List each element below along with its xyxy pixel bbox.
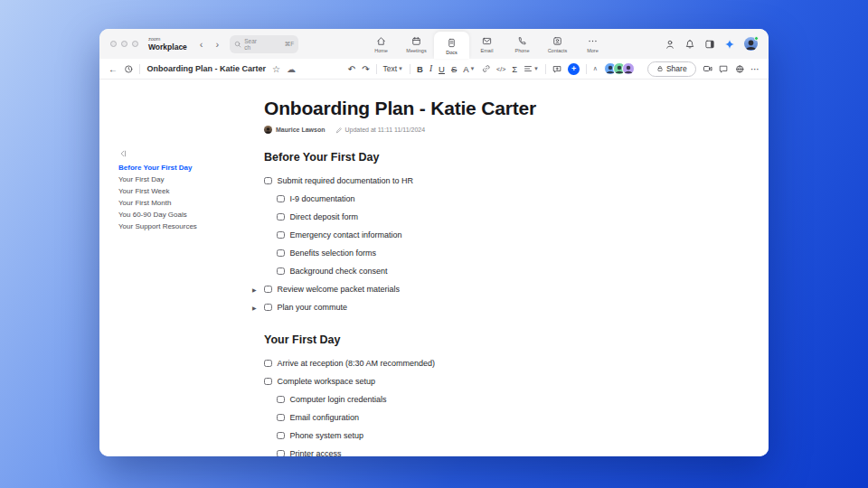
checkbox[interactable] bbox=[264, 360, 272, 368]
undo-button[interactable]: ↶ bbox=[348, 64, 355, 74]
checklist-row: Email configuration bbox=[264, 408, 653, 427]
checklist-row: Printer access bbox=[264, 445, 653, 456]
nav-tab-meetings[interactable]: Meetings bbox=[399, 29, 434, 59]
home-icon bbox=[376, 36, 386, 46]
add-comment-icon[interactable] bbox=[552, 64, 561, 74]
checklist-row: Submit required documentation to HR bbox=[264, 172, 653, 190]
strikethrough-button[interactable]: S bbox=[451, 64, 457, 74]
notifications-bell-icon[interactable] bbox=[684, 39, 695, 50]
outline-item[interactable]: Your First Week bbox=[118, 188, 245, 195]
checklist-row: Benefits selection forms bbox=[264, 244, 653, 262]
bold-button[interactable]: B bbox=[417, 64, 423, 74]
expand-toggle-icon[interactable]: ▶ bbox=[252, 305, 257, 311]
minimize-window-button[interactable] bbox=[121, 41, 127, 47]
outline-item[interactable]: Your Support Resources bbox=[118, 223, 245, 230]
search-input[interactable]: Search ⌘F bbox=[230, 35, 298, 53]
checklist-row: Direct deposit form bbox=[264, 208, 653, 226]
doc-section: Your First DayArrive at reception (8:30 … bbox=[264, 333, 653, 456]
checkbox[interactable] bbox=[277, 396, 285, 404]
logo-zoom-text: zoom bbox=[148, 37, 187, 42]
checklist-label: Plan your commute bbox=[278, 304, 348, 312]
nav-tab-email[interactable]: Email bbox=[469, 29, 505, 59]
link-icon[interactable] bbox=[482, 64, 491, 73]
checkbox[interactable] bbox=[264, 304, 272, 312]
collapse-toolbar-button[interactable]: ∧ bbox=[593, 65, 598, 72]
italic-button[interactable]: I bbox=[429, 64, 432, 73]
list-align-dropdown[interactable]: ▼ bbox=[524, 64, 539, 73]
collapse-outline-icon[interactable] bbox=[118, 149, 127, 158]
doc-title-breadcrumb: Onboarding Plan - Katie Carter bbox=[146, 64, 266, 73]
star-favorite-button[interactable]: ☆ bbox=[272, 64, 280, 74]
checkbox[interactable] bbox=[277, 231, 285, 239]
checklist-label: Background check consent bbox=[290, 267, 388, 276]
ai-insert-button[interactable]: + bbox=[568, 63, 579, 75]
web-publish-globe-icon[interactable] bbox=[735, 64, 744, 74]
edit-pen-icon bbox=[335, 127, 343, 134]
checkbox[interactable] bbox=[264, 177, 272, 185]
outline-panel: Before Your First DayYour First DayYour … bbox=[118, 145, 245, 235]
checkbox[interactable] bbox=[277, 414, 285, 422]
ai-companion-sparkle-icon[interactable] bbox=[724, 39, 735, 50]
collaborator-avatars bbox=[604, 62, 635, 75]
nav-tab-phone[interactable]: Phone bbox=[505, 29, 540, 59]
checklist-row: Background check consent bbox=[264, 262, 653, 280]
nav-tab-label: Home bbox=[374, 48, 388, 53]
outline-item[interactable]: Before Your First Day bbox=[118, 164, 245, 172]
checkbox[interactable] bbox=[277, 450, 285, 456]
expand-toggle-icon[interactable]: ▶ bbox=[252, 286, 257, 293]
search-placeholder: Search bbox=[244, 38, 259, 51]
nav-tab-label: Email bbox=[481, 48, 494, 53]
side-panel-icon[interactable] bbox=[704, 39, 715, 50]
history-forward-button[interactable]: › bbox=[216, 39, 220, 50]
redo-button[interactable]: ↷ bbox=[362, 64, 369, 74]
user-avatar[interactable] bbox=[744, 37, 758, 51]
underline-button[interactable]: U bbox=[439, 64, 445, 74]
chat-icon[interactable] bbox=[719, 64, 728, 74]
checklist-row: ▶Review welcome packet materials bbox=[264, 280, 653, 298]
avatar-face bbox=[623, 63, 634, 74]
outline-item[interactable]: You 60-90 Day Goals bbox=[118, 211, 245, 219]
checklist-label: Printer access bbox=[290, 450, 342, 457]
outline-item[interactable]: Your First Month bbox=[118, 200, 245, 207]
maximize-window-button[interactable] bbox=[132, 41, 138, 47]
share-button[interactable]: Share bbox=[647, 61, 696, 77]
more-icon bbox=[588, 36, 598, 46]
checklist-label: Computer login credentials bbox=[290, 396, 387, 404]
code-block-button[interactable]: </> bbox=[496, 66, 505, 72]
nav-tab-docs[interactable]: Docs bbox=[434, 32, 469, 59]
history-back-button[interactable]: ‹ bbox=[200, 39, 203, 50]
checkbox[interactable] bbox=[264, 378, 272, 386]
formula-button[interactable]: Σ bbox=[512, 64, 517, 74]
checklist-row: ▶Plan your commute bbox=[264, 298, 653, 316]
text-color-dropdown[interactable]: A▼ bbox=[463, 64, 475, 74]
checkbox[interactable] bbox=[277, 432, 285, 440]
checklist-label: Complete workspace setup bbox=[278, 378, 376, 386]
logo-workplace-text: Workplace bbox=[148, 43, 187, 52]
nav-tab-more[interactable]: More bbox=[575, 29, 610, 59]
doc-body: Before Your First DayYour First DayYour … bbox=[99, 80, 769, 456]
more-options-button[interactable]: ⋯ bbox=[750, 64, 760, 74]
profile-card-icon[interactable] bbox=[665, 39, 675, 50]
checkbox[interactable] bbox=[277, 249, 285, 258]
checklist-label: Direct deposit form bbox=[290, 213, 359, 221]
nav-tab-home[interactable]: Home bbox=[363, 29, 399, 59]
zoom-workplace-logo: zoom Workplace bbox=[148, 37, 187, 51]
checkbox[interactable] bbox=[277, 213, 285, 221]
doc-content[interactable]: Onboarding Plan - Katie Carter Maurice L… bbox=[264, 80, 653, 456]
author-name: Maurice Lawson bbox=[276, 127, 325, 133]
contacts-icon bbox=[552, 36, 562, 46]
checklist-label: Email configuration bbox=[290, 414, 360, 422]
collaborator-avatar[interactable] bbox=[622, 62, 635, 75]
nav-tab-contacts[interactable]: Contacts bbox=[540, 29, 575, 59]
checkbox[interactable] bbox=[277, 267, 285, 276]
nav-tab-label: Phone bbox=[515, 48, 530, 53]
checkbox[interactable] bbox=[264, 286, 272, 294]
checkbox[interactable] bbox=[277, 195, 285, 203]
checklist-row: Emergency contact information bbox=[264, 226, 653, 244]
back-button[interactable]: ← bbox=[108, 64, 118, 74]
close-window-button[interactable] bbox=[110, 41, 117, 47]
text-style-dropdown[interactable]: Text▼ bbox=[383, 64, 404, 73]
version-history-icon[interactable] bbox=[124, 64, 133, 74]
outline-item[interactable]: Your First Day bbox=[118, 176, 245, 183]
start-video-icon[interactable] bbox=[703, 63, 712, 74]
